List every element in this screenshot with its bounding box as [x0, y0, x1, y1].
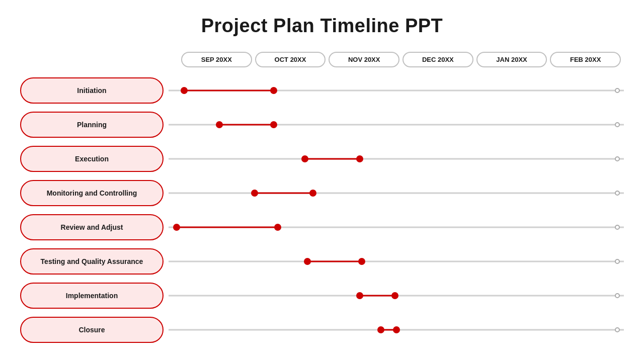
month-label: FEB 20XX: [550, 52, 621, 67]
end-dot: [274, 224, 281, 231]
month-headers: SEP 20XXOCT 20XXNOV 20XXDEC 20XXJAN 20XX…: [181, 52, 624, 67]
table-row: Review and Adjust: [20, 210, 624, 244]
track-line: [169, 193, 624, 194]
gantt-area: [169, 142, 624, 176]
start-dot: [356, 292, 363, 299]
gantt-area: [169, 176, 624, 210]
end-circle: [615, 225, 620, 230]
table-row: Monitoring and Controlling: [20, 176, 624, 210]
gantt-bar: [255, 193, 313, 194]
start-dot: [304, 258, 311, 265]
end-circle: [615, 156, 620, 161]
gantt-bar: [305, 158, 360, 160]
task-label: Review and Adjust: [20, 214, 164, 240]
end-dot: [391, 292, 398, 299]
end-dot: [270, 121, 277, 128]
task-label: Initiation: [20, 77, 164, 104]
page-title: Project Plan Timeline PPT: [20, 15, 624, 37]
end-circle: [615, 122, 620, 127]
end-circle: [615, 88, 620, 93]
month-label: JAN 20XX: [476, 52, 547, 67]
gantt-area: [169, 313, 624, 347]
month-label: OCT 20XX: [255, 52, 326, 67]
table-row: Initiation: [20, 73, 624, 108]
start-dot: [251, 190, 258, 197]
end-circle: [615, 293, 620, 298]
end-dot: [309, 190, 316, 197]
end-dot: [270, 87, 277, 94]
start-dot: [377, 326, 384, 333]
task-label: Planning: [20, 112, 164, 138]
start-dot: [173, 224, 180, 231]
gantt-bar: [360, 295, 395, 297]
task-label: Testing and Quality Assurance: [20, 248, 164, 275]
gantt-area: [169, 279, 624, 313]
track-line: [169, 261, 624, 262]
end-circle: [615, 327, 620, 332]
task-label: Closure: [20, 317, 164, 343]
timeline-container: SEP 20XXOCT 20XXNOV 20XXDEC 20XXJAN 20XX…: [20, 52, 624, 347]
task-label: Monitoring and Controlling: [20, 180, 164, 206]
track-line: [169, 158, 624, 160]
rows-container: InitiationPlanningExecutionMonitoring an…: [20, 73, 624, 347]
gantt-bar: [184, 90, 274, 92]
start-dot: [301, 155, 308, 162]
table-row: Planning: [20, 108, 624, 142]
gantt-area: [169, 210, 624, 244]
gantt-area: [169, 108, 624, 142]
task-label: Execution: [20, 146, 164, 172]
start-dot: [181, 87, 188, 94]
month-label: SEP 20XX: [181, 52, 252, 67]
end-circle: [615, 259, 620, 264]
end-dot: [393, 326, 400, 333]
month-label: NOV 20XX: [329, 52, 399, 67]
gantt-area: [169, 244, 624, 279]
end-circle: [615, 191, 620, 196]
gantt-bar: [219, 124, 274, 126]
table-row: Closure: [20, 313, 624, 347]
gantt-bar: [307, 261, 362, 262]
gantt-area: [169, 73, 624, 108]
page: Project Plan Timeline PPT SEP 20XXOCT 20…: [0, 0, 644, 362]
gantt-bar: [177, 227, 278, 228]
month-label: DEC 20XX: [403, 52, 473, 67]
end-dot: [356, 155, 363, 162]
table-row: Execution: [20, 142, 624, 176]
end-dot: [358, 258, 365, 265]
table-row: Implementation: [20, 279, 624, 313]
table-row: Testing and Quality Assurance: [20, 244, 624, 279]
task-label: Implementation: [20, 283, 164, 309]
start-dot: [216, 121, 223, 128]
